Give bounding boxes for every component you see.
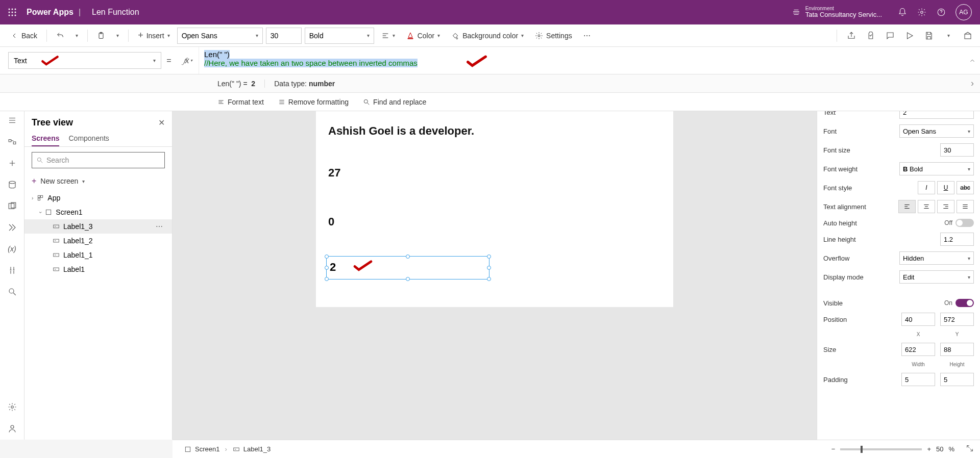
underline-button[interactable]: U <box>937 181 954 194</box>
align-button[interactable]: ▾ <box>377 30 399 42</box>
insert-button[interactable]: + Insert ▾ <box>134 28 174 43</box>
notifications-icon[interactable] <box>897 7 908 17</box>
format-text-button[interactable]: Format text <box>217 98 264 106</box>
prop-x-input[interactable] <box>901 313 935 326</box>
undo-button[interactable] <box>52 30 68 42</box>
tree-item-app[interactable]: › App <box>24 191 172 205</box>
virtual-agent-icon[interactable] <box>6 422 18 435</box>
prop-height-input[interactable] <box>940 343 974 356</box>
zoom-in-button[interactable]: + <box>927 445 931 453</box>
canvas-area[interactable]: Ashish Goel is a developer. 27 0 2 <box>173 111 817 440</box>
tree-item-label1[interactable]: Label1 <box>24 262 172 276</box>
data-icon[interactable] <box>6 179 18 191</box>
prop-lineheight-input[interactable] <box>940 233 974 246</box>
tree-item-label1-2[interactable]: Label1_2 <box>24 234 172 248</box>
prop-text-input[interactable]: 2 <box>899 111 974 119</box>
prop-width-input[interactable] <box>901 343 935 356</box>
tree-item-label1-1[interactable]: Label1_1 <box>24 248 172 262</box>
prop-fontsize-input[interactable] <box>940 143 974 157</box>
prop-pad-a-input[interactable] <box>901 373 935 386</box>
result-next-icon[interactable]: › <box>971 78 980 89</box>
font-family-select[interactable]: Open Sans▾ <box>177 28 263 44</box>
prop-pad-b-input[interactable] <box>940 373 974 386</box>
settings-gear-icon[interactable] <box>917 7 927 17</box>
resize-handle[interactable] <box>487 277 491 281</box>
align-justify-button[interactable] <box>957 200 974 213</box>
prop-y-input[interactable] <box>940 313 974 326</box>
bgcolor-button[interactable]: Background color▾ <box>447 30 528 42</box>
more-icon[interactable]: ⋯ <box>156 222 167 231</box>
save-icon[interactable] <box>923 30 935 42</box>
resize-handle[interactable] <box>325 277 329 281</box>
strikethrough-button[interactable]: abc <box>957 181 974 194</box>
preview-icon[interactable] <box>903 30 916 42</box>
new-screen-button[interactable]: + New screen ▾ <box>24 173 172 191</box>
tree-item-screen1[interactable]: › Screen1 <box>24 205 172 219</box>
resize-handle[interactable] <box>325 266 329 270</box>
resize-handle[interactable] <box>325 255 329 259</box>
align-right-button[interactable] <box>937 200 954 213</box>
resize-handle[interactable] <box>487 266 491 270</box>
property-select[interactable]: Text ▾ <box>8 52 161 69</box>
back-button[interactable]: Back <box>6 30 41 42</box>
autoheight-toggle[interactable] <box>955 219 974 227</box>
more-button[interactable]: ⋯ <box>579 30 596 42</box>
color-button[interactable]: Color▾ <box>402 30 444 42</box>
fit-screen-icon[interactable] <box>966 444 974 454</box>
tab-components[interactable]: Components <box>68 131 109 146</box>
save-dropdown[interactable]: ▾ <box>942 30 954 42</box>
media-icon[interactable] <box>6 200 18 212</box>
tree-item-label1-3[interactable]: Label1_3 ⋯ <box>24 219 172 234</box>
prop-fontweight-select[interactable]: B Bold▾ <box>899 162 974 175</box>
comments-icon[interactable] <box>884 30 896 42</box>
settings-button[interactable]: Settings <box>531 30 576 42</box>
resize-handle[interactable] <box>406 255 410 259</box>
formula-input[interactable]: Len(" ") //Here, we have taken an two sp… <box>199 47 965 74</box>
label-27[interactable]: 27 <box>328 166 340 180</box>
label-text-main[interactable]: Ashish Goel is a developer. <box>328 124 474 138</box>
tab-screens[interactable]: Screens <box>32 131 59 146</box>
align-center-button[interactable] <box>918 200 935 213</box>
power-automate-icon[interactable] <box>6 221 18 234</box>
search-rail-icon[interactable] <box>6 286 18 298</box>
find-replace-button[interactable]: Find and replace <box>363 98 426 106</box>
crumb-screen1[interactable]: Screen1 <box>179 445 225 453</box>
visible-toggle[interactable] <box>955 299 974 307</box>
zoom-out-button[interactable]: − <box>831 445 836 453</box>
insert-icon[interactable] <box>6 157 18 169</box>
align-left-button[interactable] <box>898 200 916 213</box>
tree-view-icon[interactable] <box>6 136 18 148</box>
remove-formatting-button[interactable]: Remove formatting <box>278 98 349 106</box>
resize-handle[interactable] <box>487 255 491 259</box>
italic-button[interactable]: I <box>918 181 935 194</box>
app-launcher-icon[interactable] <box>4 4 20 20</box>
help-icon[interactable] <box>936 7 946 17</box>
checker-icon[interactable] <box>865 30 877 42</box>
close-icon[interactable]: ✕ <box>158 118 165 128</box>
prop-overflow-select[interactable]: Hidden▾ <box>899 251 974 265</box>
canvas-screen[interactable]: Ashish Goel is a developer. 27 0 2 <box>316 111 673 307</box>
share-icon[interactable] <box>845 30 857 42</box>
environment-block[interactable]: Environment Tata Consultancy Servic... <box>791 6 887 18</box>
settings-rail-icon[interactable] <box>6 401 18 413</box>
publish-icon[interactable] <box>962 30 974 42</box>
user-avatar[interactable]: AG <box>955 4 972 20</box>
fx-button[interactable]: 𝑓x▾ <box>177 47 199 74</box>
app-name[interactable]: Power Apps <box>27 8 74 17</box>
paste-button[interactable] <box>93 30 109 42</box>
paste-dropdown[interactable]: ▾ <box>112 31 123 40</box>
resize-handle[interactable] <box>406 277 410 281</box>
font-weight-select[interactable]: Bold▾ <box>305 28 374 44</box>
tools-icon[interactable] <box>6 264 18 276</box>
label-0[interactable]: 0 <box>328 215 334 228</box>
prop-displaymode-select[interactable]: Edit▾ <box>899 270 974 284</box>
font-size-input[interactable] <box>266 28 302 44</box>
expand-formula-icon[interactable] <box>965 47 980 74</box>
crumb-label1-3[interactable]: Label1_3 <box>227 445 276 453</box>
search-input[interactable]: Search <box>32 152 165 168</box>
zoom-slider[interactable] <box>840 448 922 450</box>
undo-dropdown[interactable]: ▾ <box>71 31 82 40</box>
variables-icon[interactable]: (x) <box>6 243 18 255</box>
hamburger-icon[interactable] <box>6 114 18 126</box>
prop-font-select[interactable]: Open Sans▾ <box>899 124 974 138</box>
